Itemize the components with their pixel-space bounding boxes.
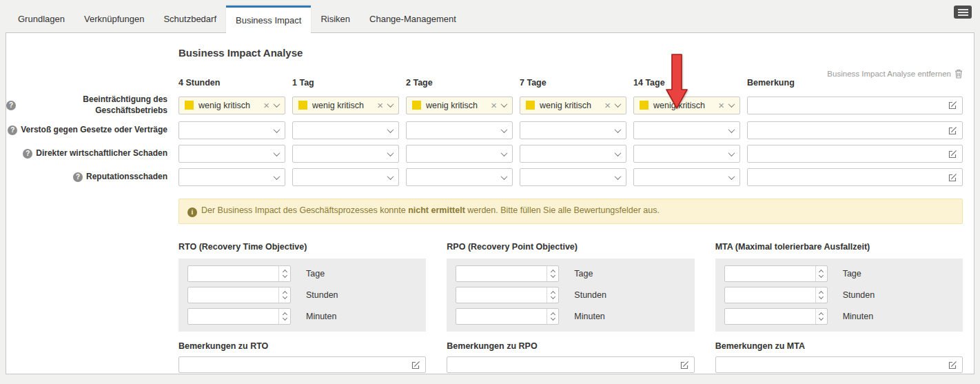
spinner-buttons[interactable] <box>278 309 290 324</box>
chevron-down-icon <box>728 101 735 108</box>
select-reputationsschaden-1-tag[interactable] <box>292 168 399 186</box>
tab-grundlagen[interactable]: Grundlagen <box>8 6 74 32</box>
edit-icon <box>948 173 957 182</box>
section-rpo: RPO (Recovery Point Objective) Tage Stun… <box>447 242 694 373</box>
bia-row-verstoss: ? Verstoß gegen Gesetze oder Verträge <box>6 121 963 139</box>
select-verstoss-14-tage[interactable] <box>633 121 740 139</box>
rto-stunden-input[interactable] <box>187 287 291 303</box>
select-beeintraechtigung-14-tage[interactable]: wenig kritisch × <box>633 97 740 114</box>
select-beeintraechtigung-1-tag[interactable]: wenig kritisch × <box>292 97 399 114</box>
select-reputationsschaden-4-stunden[interactable] <box>178 168 285 186</box>
select-beeintraechtigung-7-tage[interactable]: wenig kritisch × <box>520 97 626 114</box>
clear-icon[interactable]: × <box>377 100 383 110</box>
row-label-wirtschaftlicher-schaden: ? Direkter wirtschaftlicher Schaden <box>6 148 172 159</box>
clear-icon[interactable]: × <box>604 100 611 110</box>
field-label: Tage <box>306 269 325 279</box>
row-label-text: Direkter wirtschaftlicher Schaden <box>36 148 167 159</box>
select-schaden-1-tag[interactable] <box>292 145 399 163</box>
row-label-reputationsschaden: ? Reputationsschaden <box>6 172 172 183</box>
tab-schutzbedarf[interactable]: Schutzbedarf <box>154 6 226 32</box>
info-icon: i <box>187 208 197 217</box>
row-label-text: Reputationsschaden <box>86 172 167 183</box>
select-schaden-7-tage[interactable] <box>520 145 626 163</box>
bemerkung-beeintraechtigung[interactable] <box>747 97 963 114</box>
section-rto: RTO (Recovery Time Objective) Tage Stund… <box>178 242 426 373</box>
rto-tage-input[interactable] <box>187 265 291 282</box>
chevron-down-icon <box>501 150 508 156</box>
mta-minuten-input[interactable] <box>724 308 828 325</box>
rto-minuten-input[interactable] <box>187 308 291 325</box>
rpo-stunden-input[interactable] <box>456 287 559 303</box>
mta-inputs-box: Tage Stunden Minuten <box>715 259 963 332</box>
chevron-down-icon <box>615 126 622 133</box>
clear-icon[interactable]: × <box>718 100 724 110</box>
select-reputationsschaden-14-tage[interactable] <box>633 168 740 186</box>
rpo-tage-input[interactable] <box>456 265 559 282</box>
edit-icon <box>948 126 957 135</box>
spinner-buttons[interactable] <box>815 266 827 281</box>
tab-change-management[interactable]: Change-Management <box>360 6 466 32</box>
help-icon: ? <box>73 172 83 182</box>
select-verstoss-2-tage[interactable] <box>406 121 513 139</box>
bia-row-reputationsschaden: ? Reputationsschaden <box>6 168 963 186</box>
remove-bia-label: Business Impact Analyse entfernen <box>827 70 951 78</box>
mta-remark-field[interactable] <box>715 356 963 373</box>
mta-stunden-input[interactable] <box>724 287 828 303</box>
bemerkung-verstoss[interactable] <box>747 121 963 139</box>
tab-verknuepfungen[interactable]: Verknüpfungen <box>74 6 154 32</box>
clear-icon[interactable]: × <box>491 100 497 110</box>
chevron-down-icon <box>501 173 508 180</box>
spinner-buttons[interactable] <box>815 309 827 324</box>
select-reputationsschaden-2-tage[interactable] <box>406 168 513 186</box>
tab-risiken[interactable]: Risiken <box>311 6 360 32</box>
remove-bia-link[interactable]: Business Impact Analyse entfernen <box>827 69 963 79</box>
rpo-minuten-input[interactable] <box>456 308 559 325</box>
spinner-buttons[interactable] <box>547 266 558 281</box>
rto-remark-field[interactable] <box>178 356 426 373</box>
banner-text-after: werden. Bitte füllen Sie alle Bewertungs… <box>465 205 660 215</box>
rto-inputs-box: Tage Stunden Minuten <box>178 259 426 332</box>
clear-icon[interactable]: × <box>263 100 269 110</box>
select-verstoss-1-tag[interactable] <box>292 121 399 139</box>
select-beeintraechtigung-2-tage[interactable]: wenig kritisch × <box>406 97 513 114</box>
chevron-down-icon <box>274 173 280 180</box>
mta-tage-input[interactable] <box>724 265 828 282</box>
spinner-buttons[interactable] <box>547 287 558 303</box>
menu-icon[interactable] <box>954 6 972 19</box>
spinner-buttons[interactable] <box>278 287 290 303</box>
spinner-buttons[interactable] <box>278 266 290 281</box>
time-objective-sections: RTO (Recovery Time Objective) Tage Stund… <box>178 242 963 373</box>
rpo-remark-field[interactable] <box>447 356 694 373</box>
select-value: wenig kritisch <box>540 101 602 110</box>
field-label: Tage <box>843 269 861 279</box>
help-icon: ? <box>23 149 32 159</box>
field-label: Stunden <box>843 290 875 300</box>
section-title-rpo: RPO (Recovery Point Objective) <box>447 242 694 252</box>
select-schaden-14-tage[interactable] <box>633 145 740 163</box>
field-label: Tage <box>574 269 593 279</box>
select-reputationsschaden-7-tage[interactable] <box>520 168 626 186</box>
field-label: Minuten <box>574 312 604 321</box>
edit-icon <box>680 361 689 370</box>
severity-color-swatch <box>526 101 535 110</box>
tab-business-impact[interactable]: Business Impact <box>226 6 311 33</box>
chevron-down-icon <box>728 126 735 133</box>
spinner-buttons[interactable] <box>547 309 558 324</box>
select-schaden-4-stunden[interactable] <box>178 145 285 163</box>
spinner-buttons[interactable] <box>815 287 827 303</box>
bemerkung-wirtschaftlicher-schaden[interactable] <box>747 145 963 163</box>
chevron-down-icon <box>501 101 508 108</box>
row-label-text: Beeinträchtigung des Geschäftsbetriebs <box>19 94 167 116</box>
rto-tage-row: Tage <box>187 265 417 282</box>
edit-icon <box>411 361 420 370</box>
select-verstoss-7-tage[interactable] <box>520 121 626 139</box>
chevron-down-icon <box>387 101 394 108</box>
select-verstoss-4-stunden[interactable] <box>178 121 285 139</box>
edit-icon <box>948 101 957 110</box>
chevron-down-icon <box>274 150 280 156</box>
select-schaden-2-tage[interactable] <box>406 145 513 163</box>
select-beeintraechtigung-4-stunden[interactable]: wenig kritisch × <box>178 97 285 114</box>
rto-remark-label: Bemerkungen zu RTO <box>178 341 426 351</box>
select-value: wenig kritisch <box>653 101 715 110</box>
bemerkung-reputationsschaden[interactable] <box>747 168 963 186</box>
